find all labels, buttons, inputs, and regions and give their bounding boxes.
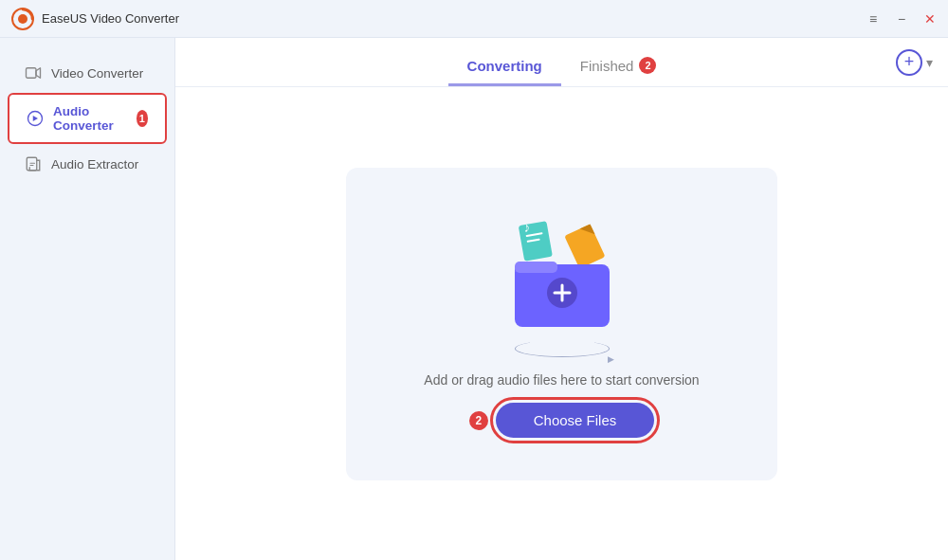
tab-finished[interactable]: Finished 2 bbox=[561, 47, 676, 86]
tab-finished-label: Finished bbox=[580, 58, 634, 74]
sidebar-item-audio-extractor[interactable]: Audio Extractor bbox=[8, 146, 167, 182]
video-converter-label: Video Converter bbox=[51, 66, 143, 81]
sidebar: Video Converter Audio Converter 1 Audio … bbox=[0, 38, 175, 560]
close-button[interactable]: ✕ bbox=[923, 12, 937, 26]
sidebar-item-audio-converter[interactable]: Audio Converter 1 bbox=[8, 93, 167, 144]
logo-icon bbox=[11, 8, 34, 30]
tab-bar: Converting Finished 2 + ▾ bbox=[175, 38, 948, 87]
finished-badge: 2 bbox=[639, 57, 656, 74]
choose-files-button[interactable]: Choose Files bbox=[496, 403, 655, 438]
audio-extractor-label: Audio Extractor bbox=[51, 157, 138, 172]
app-logo: EaseUS Video Converter bbox=[11, 8, 179, 30]
tab-chevron-button[interactable]: ▾ bbox=[926, 55, 933, 70]
main-layout: Video Converter Audio Converter 1 Audio … bbox=[0, 38, 948, 560]
audio-converter-label: Audio Converter bbox=[53, 104, 123, 133]
app-title: EaseUS Video Converter bbox=[42, 11, 179, 26]
tab-bar-actions: + ▾ bbox=[896, 49, 933, 76]
arc-arrow bbox=[515, 340, 610, 357]
audio-extractor-icon bbox=[25, 155, 42, 172]
add-tab-button[interactable]: + bbox=[896, 49, 922, 76]
video-converter-icon bbox=[25, 64, 42, 81]
folder-svg: ♪ bbox=[496, 209, 629, 333]
choose-files-badge: 2 bbox=[469, 411, 488, 430]
audio-converter-badge: 1 bbox=[137, 110, 149, 127]
choose-files-wrapper: 2 Choose Files bbox=[469, 403, 655, 438]
window-controls: ≡ − ✕ bbox=[866, 12, 937, 26]
svg-point-1 bbox=[18, 14, 27, 24]
minimize-button[interactable]: − bbox=[895, 12, 908, 26]
svg-rect-10 bbox=[515, 262, 557, 273]
drop-zone-text: Add or drag audio files here to start co… bbox=[424, 372, 699, 388]
title-bar: EaseUS Video Converter ≡ − ✕ bbox=[0, 0, 948, 38]
content-area: Converting Finished 2 + ▾ bbox=[175, 38, 948, 560]
menu-button[interactable]: ≡ bbox=[866, 12, 880, 26]
svg-rect-4 bbox=[27, 157, 37, 171]
tab-converting-label: Converting bbox=[467, 58, 542, 74]
folder-illustration: ♪ bbox=[496, 209, 629, 333]
drop-zone[interactable]: ♪ Add or drag a bbox=[346, 168, 777, 480]
svg-rect-2 bbox=[27, 68, 37, 79]
tab-converting[interactable]: Converting bbox=[448, 48, 561, 86]
sidebar-item-video-converter[interactable]: Video Converter bbox=[8, 55, 167, 91]
svg-text:♪: ♪ bbox=[521, 219, 531, 235]
drop-zone-wrapper: ♪ Add or drag a bbox=[175, 87, 948, 560]
svg-rect-5 bbox=[564, 224, 605, 268]
audio-converter-icon bbox=[27, 110, 44, 127]
